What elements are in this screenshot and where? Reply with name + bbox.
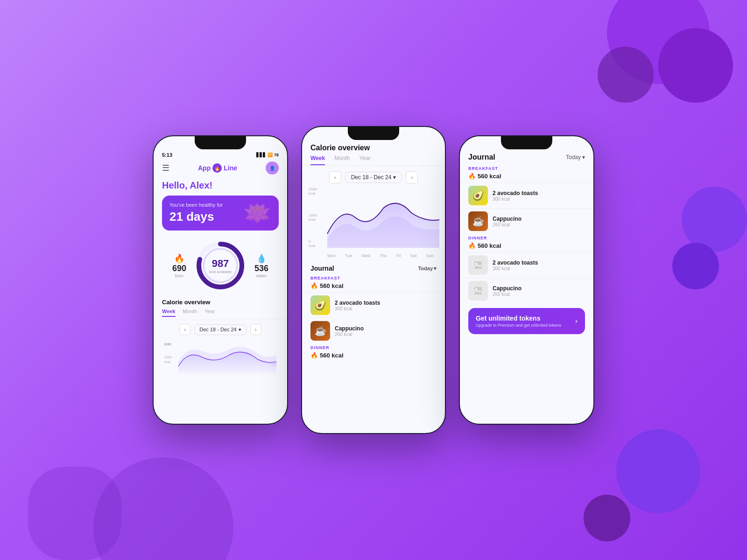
- p2-next-date-button[interactable]: ›: [406, 171, 418, 183]
- meal-kcal-avocado: 300 kcal: [335, 306, 437, 311]
- date-range[interactable]: Dec 18 - Dec 24 ▾: [194, 324, 246, 335]
- premium-cta[interactable]: Get unlimited tokens Upgrade to Premium …: [468, 308, 585, 334]
- p3-dinner-cappucino-kcal: 260 kcal: [493, 292, 585, 297]
- p3-meal-avocado-breakfast[interactable]: 🥑 2 avocado toasts 300 kcal: [460, 182, 593, 208]
- phone2-chart-area: 2000kcal 1000kcal 0kcal: [302, 187, 445, 252]
- next-date-button[interactable]: ›: [250, 324, 261, 335]
- app-logo-icon: 🔥: [212, 163, 222, 173]
- wifi-icon: 🛜: [268, 153, 273, 157]
- tab-week[interactable]: Week: [162, 308, 176, 317]
- phone2-tabs: Week Month Year: [302, 155, 445, 166]
- p3-breakfast-total: 🔥 560 kcal: [460, 172, 593, 182]
- y-label-1000: 1000kcal: [309, 213, 317, 222]
- phone2-notch: [348, 127, 399, 140]
- y-label-2000: 2000kcal: [309, 187, 317, 196]
- phone3-notch: [501, 136, 552, 149]
- p3-dinner-kcal: 560 kcal: [478, 242, 501, 249]
- prev-date-button[interactable]: ‹: [179, 324, 190, 335]
- app-name-first: App: [198, 164, 211, 172]
- calorie-overview-title: Calorie overview: [154, 296, 287, 308]
- p3-meal-cappucino-dinner[interactable]: Cappucino 260 kcal: [460, 278, 593, 303]
- date-range-text: Dec 18 - Dec 24: [199, 327, 236, 332]
- greeting-name: Alex: [190, 180, 209, 190]
- blob-7: [584, 495, 630, 541]
- p2-tab-year[interactable]: Year: [359, 155, 371, 165]
- meal-info-avocado: 2 avocado toasts 300 kcal: [335, 300, 437, 311]
- phone2-content: Calorie overview Week Month Year ‹ Dec 1…: [302, 140, 445, 433]
- p3-dinner-cappucino-name: Cappucino: [493, 285, 585, 292]
- cta-title: Get unlimited tokens: [476, 315, 561, 322]
- p3-dinner-cappucino-info: Cappucino 260 kcal: [493, 285, 585, 297]
- svg-point-11: [475, 263, 477, 265]
- blob-4: [682, 187, 747, 252]
- journal-header: Journal Today ▾: [302, 262, 445, 274]
- phone-3: Journal Today ▾ BREAKFAST 🔥 560 kcal 🥑 2…: [459, 135, 594, 425]
- menu-icon[interactable]: ☰: [162, 163, 169, 173]
- phone1-tabs: Week Month Year: [154, 308, 287, 320]
- calorie-ring-section: 🔥 690 burn 987 kcal available: [154, 236, 287, 296]
- day-sat: Sat: [410, 253, 417, 258]
- svg-rect-10: [474, 261, 482, 269]
- dinner-label: DINNER: [302, 343, 445, 351]
- p3-meal-info-avocado: 2 avocado toasts 300 kcal: [493, 190, 585, 202]
- tab-year[interactable]: Year: [204, 308, 215, 317]
- eaten-stat: 💧 536 eaten: [254, 253, 268, 278]
- meal-item-avocado-breakfast[interactable]: 🥑 2 avocado toasts 300 kcal: [302, 292, 445, 318]
- svg-point-13: [475, 288, 477, 290]
- burn-value: 690: [172, 264, 186, 273]
- battery-icon: 76: [274, 153, 279, 157]
- p3-filter-text: Today: [566, 154, 581, 161]
- cta-text: Get unlimited tokens Upgrade to Premium …: [476, 315, 561, 328]
- p2-date-range[interactable]: Dec 18 - Dec 24 ▾: [345, 172, 402, 183]
- p3-placeholder-thumb-2: [468, 281, 488, 301]
- coffee-thumb: ☕: [310, 321, 330, 341]
- meal-info-cappucino: Cappucino 260 kcal: [335, 325, 437, 337]
- meal-kcal-cappucino: 260 kcal: [335, 332, 437, 337]
- day-tue: Tue: [345, 253, 352, 258]
- phone1-time: 5:13: [162, 152, 172, 158]
- phone3-content: Journal Today ▾ BREAKFAST 🔥 560 kcal 🥑 2…: [460, 149, 593, 424]
- greeting-text: Hello,: [162, 180, 190, 190]
- p2-prev-date-button[interactable]: ‹: [329, 171, 341, 183]
- chart-y-labels: 2000kcal 1000kcal 0kcal: [309, 187, 317, 248]
- phone1-chart: 2000 kcal 1000 kcal: [154, 339, 287, 376]
- p3-dinner-avocado-kcal: 300 kcal: [493, 266, 585, 271]
- breakfast-label: BREAKFAST: [302, 274, 445, 281]
- burn-icon: 🔥: [172, 253, 186, 264]
- meal-name-cappucino: Cappucino: [335, 325, 437, 332]
- svg-text:kcal: kcal: [164, 360, 170, 364]
- p2-date-range-text: Dec 18 - Dec 24: [351, 174, 392, 181]
- svg-text:1000: 1000: [164, 356, 172, 359]
- tab-month[interactable]: Month: [183, 308, 197, 317]
- p3-flame-icon: 🔥: [468, 173, 476, 180]
- phone3-scroll[interactable]: BREAKFAST 🔥 560 kcal 🥑 2 avocado toasts …: [460, 164, 593, 424]
- phone1-status-bar: 5:13 ▋▋▋ 🛜 76: [154, 149, 287, 160]
- p2-chevron-down-icon: ▾: [393, 174, 396, 181]
- svg-text:kcal: kcal: [164, 343, 170, 346]
- p3-dinner-label: DINNER: [460, 234, 593, 241]
- p3-dinner-avocado-name: 2 avocado toasts: [493, 259, 585, 266]
- app-name-second: Line: [224, 164, 237, 172]
- eaten-label: eaten: [254, 273, 268, 278]
- avocado-thumb: 🥑: [310, 295, 330, 315]
- p3-meal-cappucino-breakfast[interactable]: ☕ Cappucino 260 kcal: [460, 208, 593, 234]
- phone2-header: Calorie overview: [302, 140, 445, 155]
- user-avatar[interactable]: 👤: [266, 161, 279, 175]
- blob-5: [672, 243, 719, 289]
- phones-container: 5:13 ▋▋▋ 🛜 76 ☰ App 🔥 Line 👤 Hell: [153, 126, 594, 434]
- cta-arrow-icon: ›: [575, 317, 578, 325]
- p3-meal-info-cappucino: Cappucino 260 kcal: [493, 216, 585, 227]
- p3-meal-avocado-dinner[interactable]: 2 avocado toasts 300 kcal: [460, 252, 593, 278]
- day-sun: Sun: [426, 253, 434, 258]
- meal-item-cappucino-breakfast[interactable]: ☕ Cappucino 260 kcal: [302, 318, 445, 343]
- meal-name-avocado: 2 avocado toasts: [335, 300, 437, 306]
- p2-tab-week[interactable]: Week: [310, 155, 325, 165]
- p3-filter[interactable]: Today ▾: [566, 154, 585, 161]
- p2-tab-month[interactable]: Month: [334, 155, 350, 165]
- journal-filter[interactable]: Today ▾: [418, 266, 437, 272]
- calorie-ring: 987 kcal available: [195, 240, 246, 291]
- healthy-card: You've been healthy for 21 days 🪷: [162, 196, 279, 231]
- day-thu: Thu: [380, 253, 387, 258]
- chart-svg: [325, 187, 441, 248]
- greeting: Hello, Alex!: [154, 178, 287, 196]
